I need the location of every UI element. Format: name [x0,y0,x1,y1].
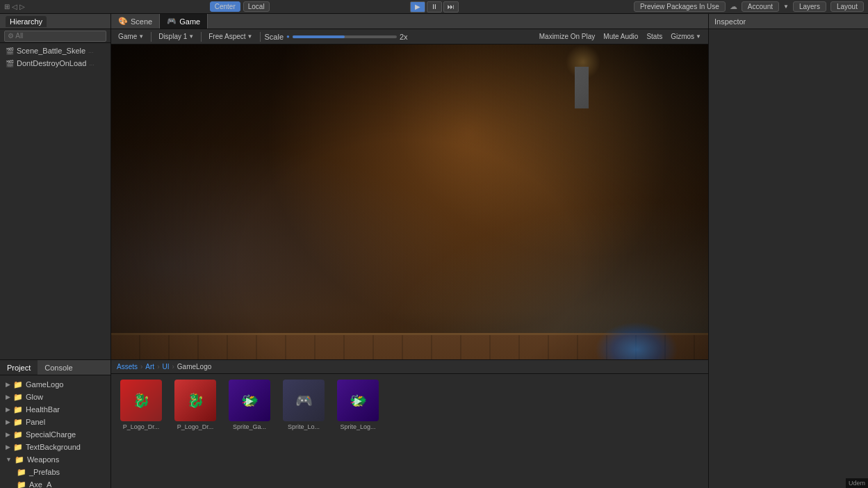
scene-tab[interactable]: 🎨 Scene [111,14,160,29]
folder-textbg-arrow: ▶ [6,444,10,450]
gizmos-item[interactable]: Gizmos ▼ [668,32,704,41]
asset-item-0[interactable]: 🐉 P_Logo_Dr... [117,380,165,430]
play-button[interactable]: ▶ [410,1,425,13]
dontdestroy-item-label: DontDestroyOnLoad [17,59,86,67]
preview-packages-button[interactable]: Preview Packages In Use [634,1,726,12]
pause-button[interactable]: ⏸ [427,1,442,13]
asset-item-1[interactable]: 🐉 P_Logo_Dr... [171,380,220,430]
scene-icon-tab: 🎨 [118,17,128,26]
asset-item-2[interactable]: 🐲 ▶ Sprite_Ga... [225,380,274,430]
hierarchy-item-dontdestroy[interactable]: 🎬 DontDestroyOnLoad ... [0,57,110,70]
asset-item-3[interactable]: 🎮 Sprite_Lo... [279,380,328,430]
account-button[interactable]: Account [742,1,779,12]
cloud-icon: ☁ [730,2,737,11]
project-tab[interactable]: Project [0,360,38,375]
display-chevron: ▼ [188,33,194,40]
scale-dot: ● [286,33,290,40]
bottom-folder-list: ▶ 📁 GameLogo ▶ 📁 Glow ▶ 📁 HealthBar ▶ 📁 [0,375,110,488]
dontdestroy-dots: ... [89,60,95,67]
dontdestroy-icon: 🎬 [6,60,14,67]
hierarchy-header: Hierarchy [0,14,110,29]
game-tab-label: Game [179,17,200,26]
asset-item-4[interactable]: 🐲 ▶ Sprite_Log... [334,380,382,430]
scale-value: 2x [400,33,408,41]
folder-gamelogo[interactable]: ▶ 📁 GameLogo [0,378,110,391]
folder-weapons[interactable]: ▼ 📁 Weapons [0,453,110,466]
sep2 [201,32,202,42]
aspect-item[interactable]: Free Aspect ▼ [206,32,255,41]
folder-weapons-arrow: ▼ [6,456,12,463]
step-button[interactable]: ⏭ [443,1,459,13]
scene-tab-label: Scene [131,17,152,26]
sep3 [260,32,261,42]
udemy-watermark: Udem [846,478,868,488]
game-tab[interactable]: 🎮 Game [160,14,208,29]
game-icon-tab: 🎮 [167,17,177,26]
assets-grid: 🐉 P_Logo_Dr... 🐉 P_Logo_Dr... [111,374,708,436]
breadcrumb-art[interactable]: Art [145,363,154,371]
breadcrumb-sep2: › [157,363,159,371]
console-tab[interactable]: Console [38,360,79,375]
local-button[interactable]: Local [243,1,270,12]
layout-button[interactable]: Layout [830,1,864,12]
asset-thumb-0: 🐉 [120,380,162,421]
account-chevron: ▼ [783,3,789,10]
top-menubar: ⊞ ◁ ▷ Center Local ▶ ⏸ ⏭ Preview Package… [0,0,868,14]
folder-weapons-label: Weapons [27,455,59,464]
folder-healthbar-arrow: ▶ [6,406,10,413]
asset-play-icon-2: ▶ [246,395,254,406]
scale-slider-track[interactable] [293,35,397,38]
gizmos-label: Gizmos [671,33,694,40]
breadcrumb-gamelogo: GameLogo [177,363,211,371]
folder-specialcharge-icon: 📁 [13,430,23,439]
toolbar-right: Maximize On Play Mute Audio Stats Gizmos… [537,32,704,41]
display-label: Display 1 [158,33,187,40]
display-item[interactable]: Display 1 ▼ [156,32,197,41]
folder-gamelogo-label: GameLogo [26,380,63,389]
folder-healthbar[interactable]: ▶ 📁 HealthBar [0,403,110,416]
hierarchy-panel: Hierarchy 🎬 Scene_Battle_Skele ... 🎬 Don… [0,14,111,488]
lamp-post [575,67,589,108]
folder-axe-a-label: Axe_A [29,480,51,488]
asset-name-2: Sprite_Ga... [233,423,266,430]
asset-play-icon-4: ▶ [354,395,362,406]
folder-prefabs[interactable]: 📁 _Prefabs [0,466,110,478]
aspect-label: Free Aspect [208,33,245,40]
folder-specialcharge[interactable]: ▶ 📁 SpecialCharge [0,428,110,441]
sep1 [151,32,152,42]
scene-game-tabs: 🎨 Scene 🎮 Game [111,14,708,29]
breadcrumb-ui[interactable]: UI [162,363,169,371]
hierarchy-toolbar [0,29,110,43]
center-button[interactable]: Center [210,1,240,12]
hierarchy-search-input[interactable] [4,31,106,42]
folder-gamelogo-arrow: ▶ [6,381,10,388]
menu-center-controls: Center Local [210,1,270,12]
bottom-tabs: Project Console [0,360,110,375]
breadcrumb-assets[interactable]: Assets [117,363,138,371]
inspector-header: Inspector [709,14,868,29]
play-controls: ▶ ⏸ ⏭ [410,1,459,13]
maximize-item[interactable]: Maximize On Play [537,32,598,41]
folder-axe-a-icon: 📁 [17,480,26,489]
stats-item[interactable]: Stats [644,32,665,41]
mute-item[interactable]: Mute Audio [600,32,641,41]
bottom-assets-panel: Assets › Art › UI › GameLogo 🐉 P_Logo_Dr… [111,359,708,488]
folder-textbg[interactable]: ▶ 📁 TextBackground [0,441,110,453]
aspect-chevron: ▼ [247,33,253,40]
folder-textbg-icon: 📁 [13,443,23,452]
game-viewport: additional debug tips, Google Studio Sho… [111,44,708,488]
asset-thumb-4: 🐲 ▶ [337,380,379,421]
inspector-panel: Inspector [708,14,868,488]
asset-thumb-3: 🎮 [283,380,325,421]
layers-button[interactable]: Layers [793,1,826,12]
folder-axe-a[interactable]: 📁 Axe_A [0,478,110,488]
bottom-left-panel: Project Console ▶ 📁 GameLogo ▶ 📁 Glow ▶ … [0,359,111,488]
scale-control: Scale ● 2x [265,33,534,41]
app-icons: ⊞ ◁ ▷ [4,3,25,10]
folder-glow-arrow: ▶ [6,393,10,400]
folder-panel[interactable]: ▶ 📁 Panel [0,416,110,428]
folder-healthbar-label: HealthBar [26,405,60,414]
hierarchy-item-scene[interactable]: 🎬 Scene_Battle_Skele ... [0,44,110,57]
hierarchy-tab[interactable]: Hierarchy [6,16,47,27]
folder-glow[interactable]: ▶ 📁 Glow [0,391,110,403]
